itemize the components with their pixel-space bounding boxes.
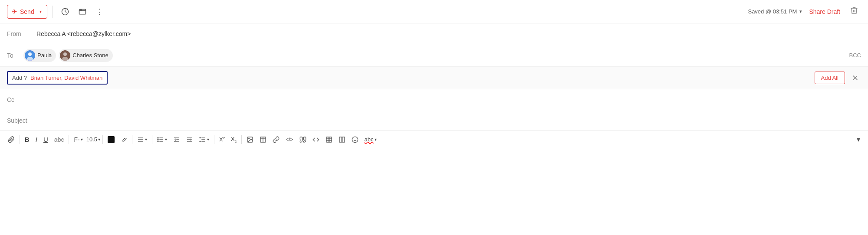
fmt-spellcheck-chevron-icon: ▾ [375,137,377,142]
formatting-toolbar: B I U abc F- ▾ 10.5 ▾ ▾ [0,131,868,148]
fmt-font-label: F- [74,136,79,143]
attachment-button[interactable] [76,6,89,18]
share-draft-button[interactable]: Share Draft [806,7,844,17]
toolbar-divider-1 [53,6,53,18]
from-row: From Rebecca A <rebecca@zylker.com> [0,23,868,44]
fmt-align-button[interactable]: ▾ [135,134,150,145]
fmt-bold-button[interactable]: B [22,134,32,145]
fmt-columns-button[interactable] [336,134,348,145]
fmt-table-layout-icon [326,136,332,143]
fmt-sep-7 [241,135,242,144]
svg-point-17 [158,139,158,140]
schedule-icon [61,7,69,16]
svg-point-7 [63,52,67,56]
fmt-sep-3 [102,135,103,144]
fmt-spellcheck-button[interactable]: abc ▾ [362,134,379,144]
fmt-font-chevron-icon: ▾ [81,137,83,142]
fmt-link-button[interactable] [270,134,282,145]
send-button[interactable]: ✈ Send ▾ [7,5,47,19]
fmt-superscript-button[interactable]: X2 [217,134,227,144]
trash-icon [850,6,858,15]
schedule-send-button[interactable] [58,6,72,18]
attachment-icon [78,7,87,16]
delete-button[interactable] [847,4,861,19]
cc-row: Cc [0,89,868,110]
fmt-columns-icon [339,136,345,143]
add-all-button[interactable]: Add All [815,72,845,84]
suggestion-box: Add ? Brian Turner, David Whitman [7,71,108,85]
to-row: To Paula Charles Stone BCC [0,44,868,67]
fmt-source-button[interactable] [310,134,322,145]
recipient-chip-charles[interactable]: Charles Stone [59,49,112,62]
dismiss-suggestion-button[interactable]: ✕ [849,72,861,84]
recipient-chip-paula[interactable]: Paula [23,49,56,62]
top-toolbar: ✈ Send ▾ ⋮ Saved @ 03:51 PM ▾ Share Draf… [0,0,868,23]
fmt-strikethrough-button[interactable]: abc [52,134,67,145]
fmt-emoji-button[interactable] [349,134,361,145]
fmt-outdent-button[interactable] [171,134,183,145]
send-icon: ✈ [12,8,17,16]
fmt-blockquote-button[interactable] [297,134,309,145]
suggestion-add-text: Add ? [12,75,27,81]
fmt-code-button[interactable]: </> [283,135,296,144]
font-size-group: 10.5 ▾ [86,136,100,143]
fmt-sep-6 [214,135,214,144]
recipient-name-paula: Paula [37,52,52,59]
color-swatch-icon [108,136,115,143]
fmt-inline-table-button[interactable] [257,134,269,145]
fmt-linespacing-button[interactable]: ▾ [197,134,212,145]
fmt-inline-table-icon [260,136,266,143]
svg-line-9 [126,139,127,140]
saved-status: Saved @ 03:51 PM ▾ [748,8,802,15]
fmt-sep-5 [152,135,152,144]
fmt-list-button[interactable]: ▾ [155,134,170,145]
from-value: Rebecca A <rebecca@zylker.com> [36,30,131,37]
fmt-subscript-button[interactable]: X2 [228,134,239,145]
svg-point-4 [28,52,32,56]
fmt-list-icon [157,136,164,143]
svg-point-40 [352,137,358,142]
fmt-strikethrough-label: abc [54,136,64,143]
fmt-spellcheck-label: abc [365,136,374,143]
saved-status-text: Saved @ 03:51 PM [748,8,797,15]
svg-point-18 [158,141,158,142]
fmt-font-button[interactable]: F- ▾ [71,134,85,145]
send-label: Send [20,8,34,15]
fmt-indent-button[interactable] [184,134,196,145]
fmt-expand-button[interactable]: ▾ [854,134,863,145]
fmt-image-button[interactable] [244,134,256,145]
fmt-italic-button[interactable]: I [33,134,40,145]
avatar-charles-svg [60,50,70,61]
bcc-button[interactable]: BCC [849,52,861,59]
avatar-charles [60,50,70,61]
svg-point-16 [158,137,158,138]
saved-status-chevron-icon[interactable]: ▾ [799,9,802,14]
svg-rect-33 [326,137,332,142]
fmt-color-button[interactable] [105,134,117,145]
cc-label: Cc [7,96,20,103]
avatar-paula [25,50,35,61]
fmt-indent-icon [186,136,193,143]
recipient-name-charles: Charles Stone [72,52,108,59]
fmt-align-icon [137,136,144,143]
fmt-underline-button[interactable]: U [41,134,51,145]
from-label: From [7,30,33,37]
fmt-attach-button[interactable] [5,134,17,145]
fmt-linespacing-icon [199,136,206,143]
fmt-blockquote-icon [299,136,306,143]
fmt-expand-icon: ▾ [857,136,860,143]
svg-rect-38 [339,137,342,142]
fmt-image-icon [247,136,253,143]
fmt-sep-4 [132,135,132,144]
send-chevron-icon: ▾ [39,9,42,14]
fmt-sep-1 [20,135,20,144]
svg-point-29 [249,138,250,139]
more-options-button[interactable]: ⋮ [93,5,106,18]
fmt-fontsize-chevron-icon: ▾ [98,137,100,142]
svg-point-2 [81,10,82,10]
fmt-highlight-button[interactable] [118,134,130,144]
fmt-source-icon [312,136,319,143]
fmt-link-icon [273,136,279,143]
fmt-table-layout-button[interactable] [323,134,335,145]
svg-rect-39 [342,137,344,142]
